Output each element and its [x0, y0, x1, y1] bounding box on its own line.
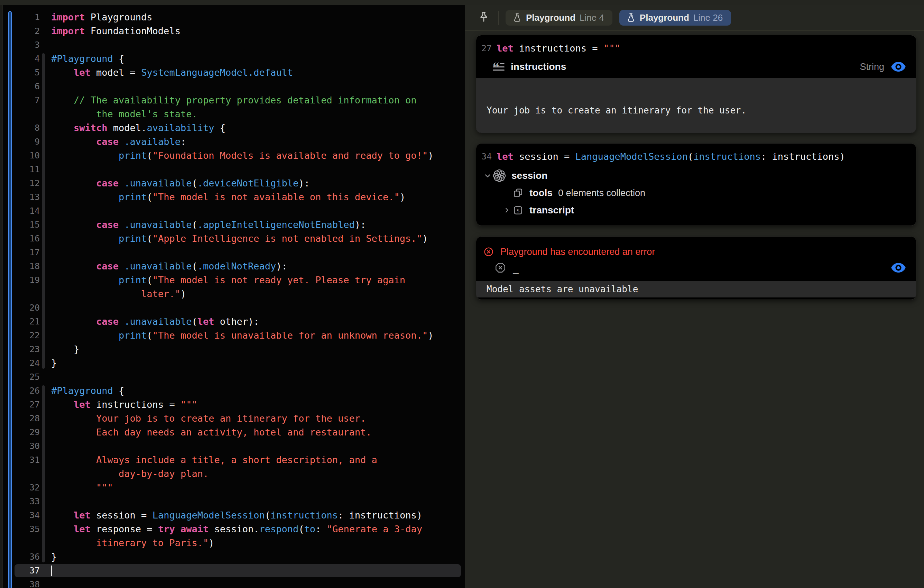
code-row[interactable]: later.") — [0, 287, 465, 301]
line-number[interactable]: 15 — [0, 218, 40, 232]
code-line-text[interactable] — [51, 370, 465, 384]
line-number[interactable] — [0, 467, 40, 481]
code-row[interactable]: 14 — [0, 204, 465, 218]
code-line-text[interactable]: the model's state. — [51, 107, 465, 121]
code-row[interactable]: 5 let model = SystemLanguageModel.defaul… — [0, 66, 465, 79]
code-line-text[interactable]: let instructions = """ — [51, 398, 465, 411]
code-row[interactable]: 22 print("The model is unavailable for a… — [0, 329, 465, 342]
code-row[interactable]: 10 print("Foundation Models is available… — [0, 149, 465, 163]
code-row[interactable]: 4#Playground { — [0, 52, 465, 66]
line-number[interactable]: 3 — [0, 38, 40, 52]
code-row[interactable]: 23 } — [0, 342, 465, 356]
pin-button[interactable] — [477, 10, 491, 26]
code-line-text[interactable]: print("The model is unavailable for an u… — [51, 329, 465, 342]
code-line-text[interactable]: import FoundationModels — [51, 24, 465, 38]
line-number[interactable] — [0, 536, 40, 550]
line-number[interactable]: 28 — [0, 411, 40, 425]
code-row[interactable]: 33 — [0, 495, 465, 509]
code-line-text[interactable]: } — [51, 342, 465, 356]
code-line-text[interactable] — [51, 38, 465, 52]
quicklook-eye-button[interactable] — [891, 262, 906, 273]
tree-row-transcript[interactable]: S transcript — [476, 202, 916, 219]
code-line-text[interactable]: // The availability property provides de… — [51, 93, 465, 107]
line-number[interactable]: 24 — [0, 356, 40, 370]
code-line-text[interactable]: let session = LanguageModelSession(instr… — [51, 509, 465, 522]
code-line-text[interactable]: case .unavailable(let other): — [51, 315, 465, 329]
code-line-text[interactable] — [51, 495, 465, 509]
line-number[interactable] — [0, 287, 40, 301]
code-row[interactable]: 36} — [0, 550, 465, 564]
line-number[interactable]: 37 — [0, 564, 40, 578]
line-number[interactable]: 12 — [0, 177, 40, 190]
code-row[interactable]: 34 let session = LanguageModelSession(in… — [0, 509, 465, 522]
code-row[interactable]: day-by-day plan. — [0, 467, 465, 481]
code-line-text[interactable] — [51, 578, 465, 588]
code-line-text[interactable]: let model = SystemLanguageModel.default — [51, 66, 465, 79]
code-row[interactable]: 18 case .unavailable(.modelNotReady): — [0, 259, 465, 273]
code-row[interactable]: 2import FoundationModels — [0, 24, 465, 38]
code-row-current[interactable]: 37 — [0, 564, 465, 578]
tree-row-session[interactable]: session — [476, 167, 916, 184]
code-row[interactable]: 19 print("The model is not ready yet. Pl… — [0, 273, 465, 287]
tree-row-tools[interactable]: tools 0 elements collection — [476, 184, 916, 202]
line-number[interactable]: 35 — [0, 522, 40, 536]
code-line-text[interactable]: """ — [51, 481, 465, 495]
line-number[interactable]: 23 — [0, 342, 40, 356]
line-number[interactable]: 4 — [0, 52, 40, 66]
line-number[interactable]: 10 — [0, 149, 40, 163]
line-number[interactable]: 36 — [0, 550, 40, 564]
code-line-text[interactable] — [51, 79, 465, 93]
code-line-text[interactable] — [51, 564, 465, 578]
tab-playground-line26[interactable]: Playground Line 26 — [619, 10, 731, 26]
code-line-text[interactable]: #Playground { — [51, 52, 465, 66]
variable-row-instructions[interactable]: instructions String — [476, 55, 916, 78]
line-number[interactable]: 13 — [0, 190, 40, 204]
code-line-text[interactable]: Each day needs an activity, hotel and re… — [51, 425, 465, 439]
code-line-text[interactable] — [51, 439, 465, 453]
code-line-text[interactable]: later.") — [51, 287, 465, 301]
code-line-text[interactable]: } — [51, 550, 465, 564]
code-row[interactable]: 9 case .available: — [0, 135, 465, 149]
code-line-text[interactable]: print("Apple Intelligence is not enabled… — [51, 232, 465, 246]
line-number[interactable]: 17 — [0, 246, 40, 259]
code-line-text[interactable]: Always include a title, a short descript… — [51, 453, 465, 467]
line-number[interactable]: 31 — [0, 453, 40, 467]
line-number[interactable]: 9 — [0, 135, 40, 149]
code-row[interactable]: 6 — [0, 79, 465, 93]
code-row[interactable]: 26#Playground { — [0, 384, 465, 398]
code-row[interactable]: 20 — [0, 301, 465, 315]
code-row[interactable]: 8 switch model.availability { — [0, 121, 465, 135]
code-row[interactable]: 29 Each day needs an activity, hotel and… — [0, 425, 465, 439]
code-line-text[interactable]: } — [51, 356, 465, 370]
code-line-text[interactable] — [51, 163, 465, 177]
line-number[interactable]: 14 — [0, 204, 40, 218]
code-line-text[interactable] — [51, 301, 465, 315]
code-line-text[interactable]: case .unavailable(.modelNotReady): — [51, 259, 465, 273]
code-row[interactable]: 11 — [0, 163, 465, 177]
code-line-text[interactable]: case .available: — [51, 135, 465, 149]
line-number[interactable]: 19 — [0, 273, 40, 287]
line-number[interactable]: 1 — [0, 10, 40, 24]
code-row[interactable]: 13 print("The model is not available on … — [0, 190, 465, 204]
line-number[interactable]: 30 — [0, 439, 40, 453]
code-row[interactable]: 7 // The availability property provides … — [0, 93, 465, 107]
line-number[interactable]: 7 — [0, 93, 40, 107]
code-row[interactable]: 27 let instructions = """ — [0, 398, 465, 411]
line-number[interactable]: 32 — [0, 481, 40, 495]
code-row[interactable]: 17 — [0, 246, 465, 259]
code-line-text[interactable]: print("The model is not ready yet. Pleas… — [51, 273, 465, 287]
code-row[interactable]: the model's state. — [0, 107, 465, 121]
code-row[interactable]: 32 """ — [0, 481, 465, 495]
line-number[interactable]: 21 — [0, 315, 40, 329]
code-line-text[interactable]: switch model.availability { — [51, 121, 465, 135]
line-number[interactable]: 18 — [0, 259, 40, 273]
code-line-text[interactable]: day-by-day plan. — [51, 467, 465, 481]
line-number[interactable]: 8 — [0, 121, 40, 135]
code-row[interactable]: itinerary to Paris.") — [0, 536, 465, 550]
code-line-text[interactable]: case .unavailable(.deviceNotEligible): — [51, 177, 465, 190]
code-row[interactable]: 15 case .unavailable(.appleIntelligenceN… — [0, 218, 465, 232]
line-number[interactable]: 27 — [0, 398, 40, 411]
code-row[interactable]: 12 case .unavailable(.deviceNotEligible)… — [0, 177, 465, 190]
line-number[interactable]: 34 — [0, 509, 40, 522]
code-row[interactable]: 31 Always include a title, a short descr… — [0, 453, 465, 467]
